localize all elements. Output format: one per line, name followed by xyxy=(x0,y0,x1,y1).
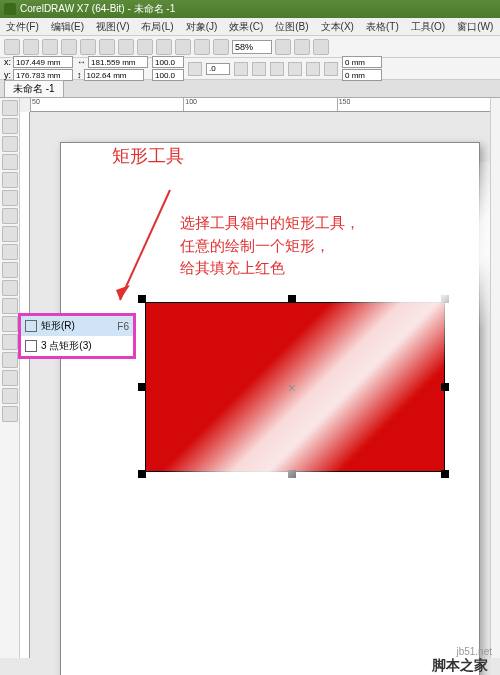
menu-view[interactable]: 视图(V) xyxy=(90,18,135,35)
scale-x-input[interactable] xyxy=(152,56,184,68)
handle-bot-right[interactable] xyxy=(441,470,449,478)
menu-tools[interactable]: 工具(O) xyxy=(405,18,451,35)
open-icon[interactable] xyxy=(23,39,39,55)
lock-ratio-icon[interactable] xyxy=(188,62,202,76)
snap-icon[interactable] xyxy=(275,39,291,55)
document-tabs: 未命名 -1 xyxy=(0,80,500,98)
text-tool-icon[interactable] xyxy=(2,262,18,278)
rectangle-tool-icon[interactable] xyxy=(2,208,18,224)
flyout-3pt-label: 3 点矩形(3) xyxy=(41,339,92,353)
pick-tool-icon[interactable] xyxy=(2,100,18,116)
undo-icon[interactable] xyxy=(137,39,153,55)
paste-icon[interactable] xyxy=(118,39,134,55)
title-bar: CorelDRAW X7 (64-Bit) - 未命名 -1 xyxy=(0,0,500,18)
menu-file[interactable]: 文件(F) xyxy=(0,18,45,35)
property-bar: x: y: ↔ ↕ xyxy=(0,58,500,80)
handle-bot-left[interactable] xyxy=(138,470,146,478)
copy-icon[interactable] xyxy=(99,39,115,55)
dimension-tool-icon[interactable] xyxy=(2,298,18,314)
workspace: 50 100 150 × 矩形工具 选择工具箱中的矩形工具， 任意的绘制一个矩形… xyxy=(0,98,500,658)
annotation-body: 选择工具箱中的矩形工具， 任意的绘制一个矩形， 给其填充上红色 xyxy=(180,212,360,280)
menu-object[interactable]: 对象(J) xyxy=(180,18,224,35)
canvas[interactable]: × 矩形工具 选择工具箱中的矩形工具， 任意的绘制一个矩形， 给其填充上红色 xyxy=(30,112,490,658)
x-input[interactable] xyxy=(13,56,73,68)
export-icon[interactable] xyxy=(194,39,210,55)
drop-shadow-icon[interactable] xyxy=(2,334,18,350)
transparency-icon[interactable] xyxy=(2,352,18,368)
handle-mid-right[interactable] xyxy=(441,383,449,391)
menu-text[interactable]: 文本(X) xyxy=(315,18,360,35)
handle-bot-mid[interactable] xyxy=(288,470,296,478)
mirror-v-icon[interactable] xyxy=(252,62,266,76)
annotation-title: 矩形工具 xyxy=(112,144,184,168)
launch-icon[interactable] xyxy=(313,39,329,55)
outline-width2-input[interactable] xyxy=(342,69,382,81)
mirror-h-icon[interactable] xyxy=(234,62,248,76)
ellipse-tool-icon[interactable] xyxy=(2,226,18,242)
corner3-icon[interactable] xyxy=(306,62,320,76)
cut-icon[interactable] xyxy=(80,39,96,55)
toolbox xyxy=(0,98,20,658)
doc-tab-1[interactable]: 未命名 -1 xyxy=(4,80,64,98)
menu-bar[interactable]: 文件(F) 编辑(E) 视图(V) 布局(L) 对象(J) 效果(C) 位图(B… xyxy=(0,18,500,36)
zoom-input[interactable] xyxy=(232,40,272,54)
three-point-rect-icon xyxy=(25,340,37,352)
standard-toolbar xyxy=(0,36,500,58)
menu-effects[interactable]: 效果(C) xyxy=(223,18,269,35)
y-label: y: xyxy=(4,70,11,80)
scale-y-input[interactable] xyxy=(152,69,184,81)
rectangle-flyout: 矩形(R) F6 3 点矩形(3) xyxy=(18,313,136,359)
svg-line-0 xyxy=(120,190,170,300)
center-marker-icon: × xyxy=(288,380,296,396)
flyout-rect-shortcut: F6 xyxy=(117,321,129,332)
menu-edit[interactable]: 编辑(E) xyxy=(45,18,90,35)
handle-top-right[interactable] xyxy=(441,295,449,303)
menu-bitmap[interactable]: 位图(B) xyxy=(269,18,314,35)
width-icon: ↔ xyxy=(77,57,86,67)
options-icon[interactable] xyxy=(294,39,310,55)
save-icon[interactable] xyxy=(42,39,58,55)
print-icon[interactable] xyxy=(61,39,77,55)
annotation-arrow-icon xyxy=(110,180,190,310)
zoom-tool-icon[interactable] xyxy=(2,154,18,170)
horizontal-ruler: 50 100 150 xyxy=(30,98,490,112)
flyout-3pt-rectangle[interactable]: 3 点矩形(3) xyxy=(21,336,133,356)
table-tool-icon[interactable] xyxy=(2,280,18,296)
polygon-tool-icon[interactable] xyxy=(2,244,18,260)
fill-tool-icon[interactable] xyxy=(2,388,18,404)
corner-icon[interactable] xyxy=(270,62,284,76)
flyout-rectangle[interactable]: 矩形(R) F6 xyxy=(21,316,133,336)
width-input[interactable] xyxy=(88,56,148,68)
window-title: CorelDRAW X7 (64-Bit) - 未命名 -1 xyxy=(20,2,175,16)
handle-mid-left[interactable] xyxy=(138,383,146,391)
import-icon[interactable] xyxy=(175,39,191,55)
color-palette[interactable] xyxy=(490,98,500,658)
x-label: x: xyxy=(4,57,11,67)
crop-tool-icon[interactable] xyxy=(2,136,18,152)
watermark: jb51.net xyxy=(456,646,492,657)
menu-window[interactable]: 窗口(W) xyxy=(451,18,499,35)
corner2-icon[interactable] xyxy=(288,62,302,76)
menu-table[interactable]: 表格(T) xyxy=(360,18,405,35)
redo-icon[interactable] xyxy=(156,39,172,55)
rectangle-icon xyxy=(25,320,37,332)
svg-marker-1 xyxy=(116,285,130,300)
vertical-ruler xyxy=(20,112,30,658)
app-icon xyxy=(4,3,16,15)
outline-width-input[interactable] xyxy=(342,56,382,68)
eyedropper-icon[interactable] xyxy=(2,370,18,386)
wrap-icon[interactable] xyxy=(324,62,338,76)
new-icon[interactable] xyxy=(4,39,20,55)
handle-top-mid[interactable] xyxy=(288,295,296,303)
freehand-tool-icon[interactable] xyxy=(2,172,18,188)
connector-tool-icon[interactable] xyxy=(2,316,18,332)
flyout-rect-label: 矩形(R) xyxy=(41,319,75,333)
publish-icon[interactable] xyxy=(213,39,229,55)
rotation-input[interactable] xyxy=(206,63,230,75)
shape-tool-icon[interactable] xyxy=(2,118,18,134)
menu-layout[interactable]: 布局(L) xyxy=(135,18,179,35)
outline-tool-icon[interactable] xyxy=(2,406,18,422)
height-input[interactable] xyxy=(84,69,144,81)
artistic-tool-icon[interactable] xyxy=(2,190,18,206)
footer-brand: 脚本之家 xyxy=(432,657,488,675)
